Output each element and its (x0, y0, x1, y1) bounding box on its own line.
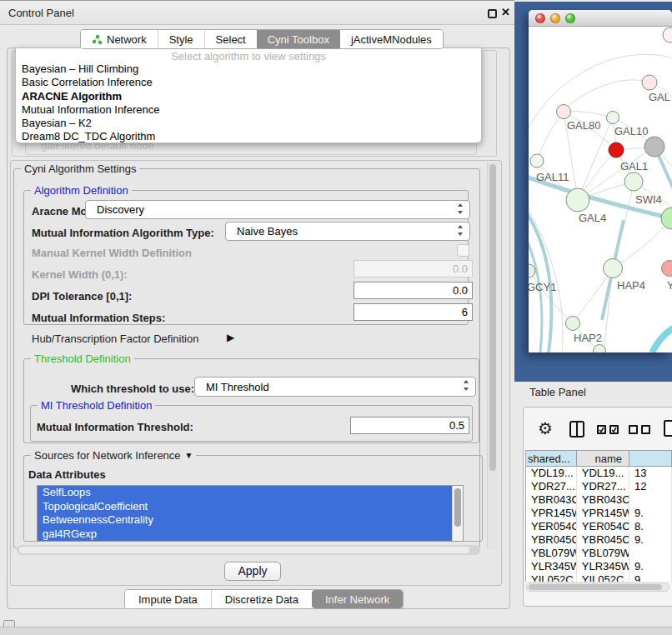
node-hap4[interactable] (604, 259, 623, 278)
apply-button[interactable]: Apply (224, 562, 281, 581)
unchecked-checkbox-icon[interactable] (641, 425, 650, 434)
manual-kernel-width-checkbox[interactable] (457, 244, 469, 257)
settings-horizontal-scrollbar[interactable] (17, 545, 480, 555)
table-row[interactable]: YDR27... YDR27... 12 (526, 480, 672, 493)
node-table[interactable]: shared... name YDL19... YDL19... 13 YDR2… (525, 450, 672, 582)
tab-style[interactable]: Style (158, 30, 204, 48)
table-row[interactable]: YER054C YER054C 8. (526, 520, 672, 533)
column-header[interactable] (629, 450, 672, 467)
node-gal11[interactable] (530, 154, 544, 168)
algorithm-dropdown-list: Select algorithm to view settings Bayesi… (15, 48, 482, 143)
list-vertical-scrollbar[interactable] (452, 486, 463, 541)
expand-right-icon[interactable]: ▶ (227, 332, 234, 343)
close-panel-icon[interactable]: ✕ (501, 6, 510, 18)
threshold-definition-legend: Threshold Definition (31, 352, 134, 365)
tab-impute-data[interactable]: Impute Data (125, 590, 211, 608)
screen: GAL80 GAL10 GAL1 GAL11 SWI4 GAL4 GCY1 HA… (0, 0, 672, 635)
column-header[interactable]: name (577, 450, 629, 467)
tab-infer-network[interactable]: Infer Network (312, 590, 403, 608)
table-row[interactable]: YIL052C YIL052C 9. (526, 573, 672, 582)
node-green-right[interactable] (661, 208, 672, 229)
mi-steps-input[interactable] (354, 303, 473, 321)
node-label-gal11: GAL11 (536, 171, 569, 183)
list-item-selected[interactable]: SelfLoops (38, 486, 452, 500)
window-close-button[interactable] (535, 13, 545, 23)
dropdown-item[interactable]: Bayesian – K2 (16, 117, 481, 130)
list-item-selected[interactable]: TopologicalCoefficient (38, 500, 452, 514)
network-canvas[interactable]: GAL80 GAL10 GAL1 GAL11 SWI4 GAL4 GCY1 HA… (529, 27, 672, 352)
node-red-selected[interactable] (609, 142, 624, 158)
table-row[interactable]: YPR145W YPR145W 9. (526, 507, 672, 520)
node-gray[interactable] (644, 137, 664, 157)
window-minimize-button[interactable] (550, 13, 560, 23)
tab-impute-data-label: Impute Data (138, 593, 198, 606)
aracne-mode-combobox[interactable]: Discovery (85, 200, 470, 219)
node-hap2[interactable] (566, 317, 580, 331)
dropdown-item-highlighted[interactable]: ARACNE Algorithm (16, 90, 481, 103)
table-cell: YDR27... (577, 480, 629, 493)
mi-threshold-input[interactable] (350, 417, 469, 434)
table-horizontal-scrollbar[interactable] (526, 582, 669, 592)
new-column-icon[interactable] (664, 420, 672, 437)
tab-jactivemnodules[interactable]: jActiveMNodules (340, 30, 443, 48)
table-cell: YLR345W (526, 560, 577, 573)
node-bottom[interactable] (594, 345, 606, 353)
dropdown-item[interactable]: Mutual Information Inference (16, 103, 481, 117)
network-window-titlebar[interactable] (529, 10, 672, 27)
node-gal4[interactable] (566, 188, 589, 212)
dropdown-item[interactable]: Bayesian – Hill Climbing (16, 62, 481, 76)
table-cell: YBL079W (577, 547, 629, 560)
node-label-gal-clipped: GAL (649, 91, 670, 103)
tab-network[interactable]: Network (81, 30, 158, 48)
float-panel-icon[interactable] (488, 9, 497, 18)
node-gal10[interactable] (607, 112, 619, 124)
node-gal80[interactable] (557, 105, 571, 119)
unchecked-checkbox-icon[interactable] (629, 425, 638, 434)
list-item-selected[interactable]: BetweennessCentrality (38, 513, 452, 528)
table-row[interactable]: YBL079W YBL079W (526, 547, 672, 560)
table-cell: YBL079W (526, 547, 577, 560)
dropdown-item[interactable]: Basic Correlation Inference (16, 76, 481, 89)
table-row[interactable]: YDL19... YDL19... 13 (526, 467, 672, 480)
data-attributes-listbox[interactable]: SelfLoops TopologicalCoefficient Between… (37, 485, 464, 542)
bottom-tabbar: Impute Data Discretize Data Infer Networ… (124, 589, 404, 609)
table-cell: YIL052C (526, 573, 577, 582)
scrollbar-thumb[interactable] (19, 547, 469, 553)
dropdown-item[interactable]: Dream8 DC_TDC Algorithm (16, 130, 481, 143)
columns-icon[interactable] (569, 421, 584, 438)
gear-icon[interactable]: ⚙ (538, 420, 553, 437)
node-gcy1[interactable] (529, 264, 535, 278)
node-gal-top[interactable] (642, 75, 657, 90)
tab-style-label: Style (169, 33, 193, 46)
tab-jactivemnodules-label: jActiveMNodules (351, 33, 432, 46)
combobox-stepper-icon (457, 203, 464, 217)
which-threshold-combobox[interactable]: MI Threshold (194, 377, 476, 397)
scrollbar-thumb[interactable] (489, 164, 496, 471)
settings-vertical-scrollbar[interactable] (487, 162, 498, 549)
scrollbar-thumb[interactable] (454, 488, 461, 527)
collapse-down-icon[interactable]: ▼ (185, 451, 193, 460)
table-cell: 13 (629, 467, 672, 480)
scrollbar-thumb[interactable] (529, 584, 662, 590)
checked-checkbox-icon[interactable] (597, 425, 606, 434)
node-gal1[interactable] (624, 172, 643, 191)
table-cell: YBR045C (526, 533, 577, 547)
dpi-tolerance-input[interactable] (354, 282, 473, 299)
tab-discretize-data[interactable]: Discretize Data (211, 590, 312, 608)
node-unlabeled-top[interactable] (663, 28, 672, 42)
combobox-stepper-icon (457, 225, 464, 238)
mi-algorithm-type-combobox[interactable]: Naive Bayes (225, 222, 470, 241)
tab-cyni-toolbox[interactable]: Cyni Toolbox (257, 30, 340, 48)
list-item-selected[interactable]: gal4RGexp (38, 528, 452, 542)
tab-select[interactable]: Select (204, 30, 257, 48)
node-salmon-right[interactable] (662, 261, 672, 277)
checked-checkbox-icon[interactable] (609, 425, 619, 434)
window-zoom-button[interactable] (565, 13, 575, 23)
kernel-width-input[interactable] (354, 260, 473, 278)
column-header[interactable]: shared... (526, 450, 577, 467)
table-row[interactable]: YLR345W YLR345W 9. (526, 560, 672, 573)
table-row[interactable]: YBR043C YBR043C (526, 493, 672, 507)
table-row[interactable]: YBR045C YBR045C 9. (526, 533, 672, 547)
node-label-y-clipped: Y (667, 279, 672, 292)
network-view-window[interactable]: GAL80 GAL10 GAL1 GAL11 SWI4 GAL4 GCY1 HA… (529, 10, 672, 352)
